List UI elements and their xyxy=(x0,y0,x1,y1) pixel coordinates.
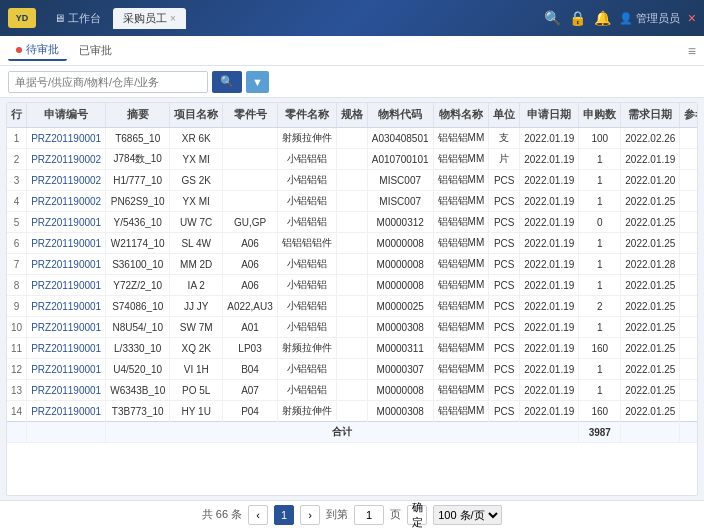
table-row[interactable]: 2 PRZ201190002 J784数_10 YX MI 小铝铝铝 A0107… xyxy=(7,149,698,170)
cell-req-date: 2022.01.19 xyxy=(520,401,579,422)
page-label: 页 xyxy=(390,507,401,522)
table-container: 行 申请编号 摘要 项目名称 零件号 零件名称 规格 物料代码 物料名称 单位 … xyxy=(6,102,698,496)
cell-req-no[interactable]: PRZ201190001 xyxy=(27,401,106,422)
cell-row: 12 xyxy=(7,359,27,380)
cell-req-date: 2022.01.19 xyxy=(520,149,579,170)
cell-summary: U4/520_10 xyxy=(106,359,170,380)
col-row: 行 xyxy=(7,103,27,128)
workbench-icon: 🖥 xyxy=(54,12,65,24)
search-icon[interactable]: 🔍 xyxy=(544,10,561,26)
search-input[interactable] xyxy=(8,71,208,93)
search-button[interactable]: 🔍 xyxy=(212,71,242,93)
cell-mat-code: M0000308 xyxy=(367,401,433,422)
cell-part-no: A022,AU3 xyxy=(223,296,278,317)
sub-nav-approved[interactable]: 已审批 xyxy=(71,41,120,60)
cell-unit: PCS xyxy=(489,233,520,254)
table-row[interactable]: 12 PRZ201190001 U4/520_10 VI 1H B04 小铝铝铝… xyxy=(7,359,698,380)
cell-req-no[interactable]: PRZ201190002 xyxy=(27,149,106,170)
table-row[interactable]: 4 PRZ201190002 PN62S9_10 YX MI 小铝铝铝 MISC… xyxy=(7,191,698,212)
more-menu-button[interactable]: ≡ xyxy=(688,43,696,59)
cell-project: YX MI xyxy=(170,149,223,170)
cell-unit: PCS xyxy=(489,191,520,212)
cell-req-no[interactable]: PRZ201190001 xyxy=(27,380,106,401)
cell-supplier xyxy=(680,317,698,338)
filter-dropdown-button[interactable]: ▼ xyxy=(246,71,269,93)
page-input[interactable] xyxy=(354,505,384,525)
cell-mat-name: 铝铝铝MM xyxy=(433,254,489,275)
col-unit: 单位 xyxy=(489,103,520,128)
cell-part-name: 射频拉伸件 xyxy=(277,338,336,359)
table-row[interactable]: 6 PRZ201190001 W21174_10 SL 4W A06 铝铝铝铝件… xyxy=(7,233,698,254)
cell-req-no[interactable]: PRZ201190001 xyxy=(27,359,106,380)
cell-part-name: 射频拉伸件 xyxy=(277,128,336,149)
current-page-button[interactable]: 1 xyxy=(274,505,294,525)
col-supplier: 参考供应商 xyxy=(680,103,698,128)
cell-req-no[interactable]: PRZ201190001 xyxy=(27,212,106,233)
cell-req-no[interactable]: PRZ201190001 xyxy=(27,317,106,338)
cell-part-no: A01 xyxy=(223,317,278,338)
cell-qty: 1 xyxy=(579,317,621,338)
tab-workbench[interactable]: 🖥 工作台 xyxy=(44,8,111,29)
lock-icon[interactable]: 🔒 xyxy=(569,10,586,26)
cell-unit: PCS xyxy=(489,401,520,422)
col-mat-name: 物料名称 xyxy=(433,103,489,128)
table-row[interactable]: 10 PRZ201190001 N8U54/_10 SW 7M A01 小铝铝铝… xyxy=(7,317,698,338)
table-row[interactable]: 5 PRZ201190001 Y/5436_10 UW 7C GU,GP 小铝铝… xyxy=(7,212,698,233)
table-row[interactable]: 13 PRZ201190001 W6343B_10 PO 5L A07 小铝铝铝… xyxy=(7,380,698,401)
cell-mat-code: M0000312 xyxy=(367,212,433,233)
cell-project: JJ JY xyxy=(170,296,223,317)
cell-part-no: A07 xyxy=(223,380,278,401)
cell-qty: 1 xyxy=(579,380,621,401)
confirm-page-button[interactable]: 确定 xyxy=(407,505,427,525)
top-close-icon[interactable]: × xyxy=(688,10,696,26)
filter-bar: 🔍 ▼ xyxy=(0,66,704,98)
sub-nav-pending[interactable]: 待审批 xyxy=(8,40,67,61)
cell-project: XR 6K xyxy=(170,128,223,149)
table-row[interactable]: 8 PRZ201190001 Y72Z/2_10 IA 2 A06 小铝铝铝 M… xyxy=(7,275,698,296)
cell-summary: T3B773_10 xyxy=(106,401,170,422)
table-row[interactable]: 11 PRZ201190001 L/3330_10 XQ 2K LP03 射频拉… xyxy=(7,338,698,359)
cell-qty: 1 xyxy=(579,170,621,191)
cell-req-date: 2022.01.19 xyxy=(520,212,579,233)
table-header: 行 申请编号 摘要 项目名称 零件号 零件名称 规格 物料代码 物料名称 单位 … xyxy=(7,103,698,128)
cell-req-no[interactable]: PRZ201190002 xyxy=(27,170,106,191)
cell-project: GS 2K xyxy=(170,170,223,191)
cell-qty: 0 xyxy=(579,212,621,233)
cell-mat-name: 铝铝铝MM xyxy=(433,170,489,191)
table-row[interactable]: 7 PRZ201190001 S36100_10 MM 2D A06 小铝铝铝 … xyxy=(7,254,698,275)
cell-spec xyxy=(336,191,367,212)
cell-supplier xyxy=(680,401,698,422)
prev-page-button[interactable]: ‹ xyxy=(248,505,268,525)
cell-req-no[interactable]: PRZ201190001 xyxy=(27,338,106,359)
sum-row: 合计 3987 xyxy=(7,422,698,443)
cell-qty: 1 xyxy=(579,191,621,212)
cell-req-date: 2022.01.19 xyxy=(520,254,579,275)
cell-req-no[interactable]: PRZ201190001 xyxy=(27,233,106,254)
cell-req-no[interactable]: PRZ201190002 xyxy=(27,191,106,212)
col-req-date: 申请日期 xyxy=(520,103,579,128)
cell-req-no[interactable]: PRZ201190001 xyxy=(27,254,106,275)
cell-req-no[interactable]: PRZ201190001 xyxy=(27,275,106,296)
bell-icon[interactable]: 🔔 xyxy=(594,10,611,26)
cell-summary: H1/777_10 xyxy=(106,170,170,191)
cell-mat-name: 铝铝铝MM xyxy=(433,338,489,359)
cell-supplier xyxy=(680,128,698,149)
cell-summary: T6865_10 xyxy=(106,128,170,149)
per-page-select[interactable]: 100 条/页 50 条/页 200 条/页 xyxy=(433,505,502,525)
cell-mat-code: A010700101 xyxy=(367,149,433,170)
cell-summary: S36100_10 xyxy=(106,254,170,275)
table-row[interactable]: 14 PRZ201190001 T3B773_10 HY 1U P04 射频拉伸… xyxy=(7,401,698,422)
cell-summary: S74086_10 xyxy=(106,296,170,317)
table-row[interactable]: 1 PRZ201190001 T6865_10 XR 6K 射频拉伸件 A030… xyxy=(7,128,698,149)
col-spec: 规格 xyxy=(336,103,367,128)
cell-unit: PCS xyxy=(489,359,520,380)
tab-close-icon[interactable]: × xyxy=(170,13,176,24)
next-page-button[interactable]: › xyxy=(300,505,320,525)
cell-project: XQ 2K xyxy=(170,338,223,359)
tab-purchase[interactable]: 采购员工 × xyxy=(113,8,186,29)
table-row[interactable]: 3 PRZ201190002 H1/777_10 GS 2K 小铝铝铝 MISC… xyxy=(7,170,698,191)
cell-part-no: A06 xyxy=(223,254,278,275)
cell-req-no[interactable]: PRZ201190001 xyxy=(27,296,106,317)
table-row[interactable]: 9 PRZ201190001 S74086_10 JJ JY A022,AU3 … xyxy=(7,296,698,317)
cell-req-no[interactable]: PRZ201190001 xyxy=(27,128,106,149)
